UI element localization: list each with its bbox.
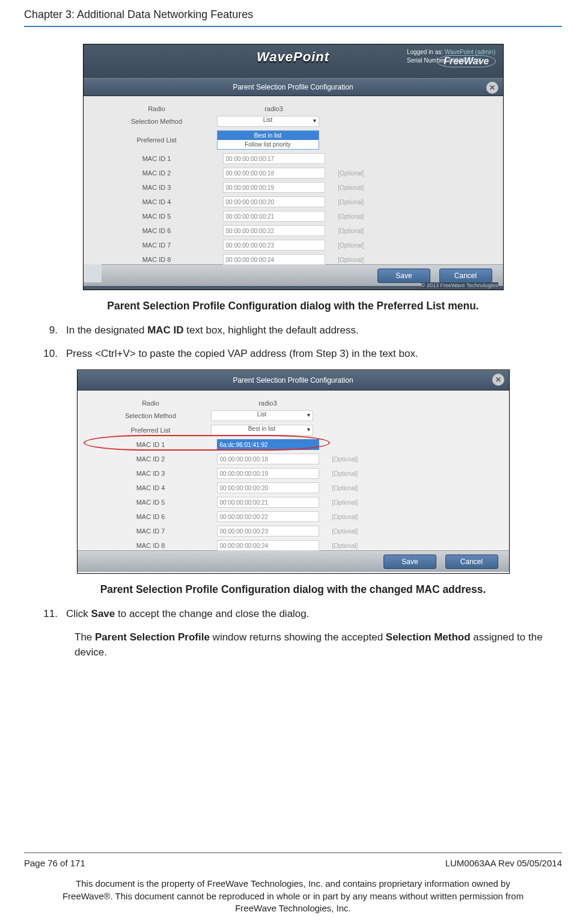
mac-id-3-input[interactable]: [217, 468, 319, 479]
cancel-button[interactable]: Cancel: [445, 555, 498, 569]
optional-hint: [Optional]: [332, 528, 358, 535]
mac-id-label: MAC ID 2: [97, 169, 217, 177]
optional-hint: [Optional]: [338, 257, 364, 263]
dialog-header: Parent Selection Profile Configuration ✕: [84, 78, 503, 96]
step-11-text: Click Save to accept the change and clos…: [66, 607, 562, 622]
radio-value: radio3: [217, 105, 331, 112]
dialog-title: Parent Selection Profile Configuration: [233, 376, 353, 384]
cancel-button[interactable]: Cancel: [439, 269, 492, 283]
preferred-list-label: Preferred List: [91, 427, 211, 434]
mac-id-2-input[interactable]: [223, 168, 325, 178]
close-icon[interactable]: ✕: [486, 82, 498, 94]
radio-label: Radio: [91, 400, 211, 407]
freewave-logo: FreeWave: [437, 55, 495, 67]
preferred-list-option[interactable]: Follow list priority: [218, 140, 319, 149]
mac-id-4-input[interactable]: [223, 196, 325, 207]
optional-hint: [Optional]: [338, 170, 364, 177]
screenshot-2: Parent Selection Profile Configuration ✕…: [77, 369, 510, 574]
mac-id-label: MAC ID 5: [97, 213, 217, 220]
dialog-title: Parent Selection Profile Configuration: [233, 83, 353, 91]
mac-id-3-input[interactable]: [223, 182, 325, 193]
mac-id-1-input[interactable]: [217, 439, 319, 450]
mac-id-label: MAC ID 7: [91, 527, 211, 535]
mac-id-label: MAC ID 4: [97, 198, 217, 205]
screenshot-1: WavePoint Logged in as: WavePoint (admin…: [83, 44, 504, 290]
mac-id-label: MAC ID 8: [97, 256, 217, 263]
mac-id-label: MAC ID 4: [91, 484, 211, 491]
preferred-list-label: Preferred List: [97, 136, 217, 144]
chapter-title: Chapter 3: Additional Data Networking Fe…: [24, 8, 562, 21]
page-number: Page 76 of 171: [24, 858, 85, 868]
mac-id-label: MAC ID 1: [91, 441, 211, 448]
optional-hint: [Optional]: [332, 499, 358, 506]
optional-hint: [Optional]: [338, 213, 364, 220]
mac-id-5-input[interactable]: [217, 497, 319, 508]
selection-method-select[interactable]: List: [211, 410, 313, 421]
mac-id-label: MAC ID 2: [91, 455, 211, 463]
optional-hint: [Optional]: [332, 470, 358, 477]
figure-caption-2: Parent Selection Profile Configuration d…: [24, 583, 562, 596]
footer-divider: [24, 853, 562, 853]
mac-id-4-input[interactable]: [217, 482, 319, 493]
wavepoint-logo: WavePoint: [257, 49, 329, 64]
mac-id-1-input[interactable]: [223, 153, 325, 164]
step-11-subtext: The Parent Selection Profile window retu…: [75, 630, 562, 660]
optional-hint: [Optional]: [332, 456, 358, 463]
optional-hint: [Optional]: [332, 485, 358, 491]
optional-hint: [Optional]: [338, 242, 364, 249]
mac-id-label: MAC ID 1: [97, 155, 217, 162]
mac-id-5-input[interactable]: [223, 211, 325, 222]
save-button[interactable]: Save: [383, 555, 436, 569]
selection-method-label: Selection Method: [97, 118, 217, 125]
optional-hint: [Optional]: [332, 514, 358, 520]
document-id: LUM0063AA Rev 05/05/2014: [445, 858, 562, 868]
copyright-text: © 2013 FreeWave Technologies: [421, 282, 498, 288]
selection-method-select[interactable]: List: [217, 116, 319, 127]
logged-in-value: WavePoint (admin): [445, 49, 496, 55]
optional-hint: [Optional]: [338, 228, 364, 234]
mac-id-label: MAC ID 8: [91, 542, 211, 549]
optional-hint: [Optional]: [338, 184, 364, 191]
mac-id-label: MAC ID 6: [91, 513, 211, 520]
header-divider: [24, 26, 562, 27]
mac-id-6-input[interactable]: [217, 511, 319, 522]
mac-id-label: MAC ID 3: [97, 184, 217, 191]
mac-id-label: MAC ID 3: [91, 470, 211, 477]
step-9-text: In the designated MAC ID text box, highl…: [66, 323, 562, 338]
radio-label: Radio: [97, 105, 217, 112]
mac-id-2-input[interactable]: [217, 454, 319, 464]
logged-in-label: Logged in as:: [407, 49, 443, 55]
dialog-header: Parent Selection Profile Configuration ✕: [78, 370, 509, 391]
mac-id-6-input[interactable]: [223, 225, 325, 236]
mac-id-7-input[interactable]: [217, 526, 319, 536]
radio-value: radio3: [211, 400, 325, 407]
preferred-list-select[interactable]: Best in list: [211, 425, 313, 436]
optional-hint: [Optional]: [332, 543, 358, 549]
close-icon[interactable]: ✕: [492, 374, 504, 386]
figure-caption-1: Parent Selection Profile Configuration d…: [24, 300, 562, 312]
mac-id-8-input[interactable]: [223, 254, 325, 265]
optional-hint: [Optional]: [338, 199, 364, 205]
selection-method-label: Selection Method: [91, 412, 211, 419]
mac-id-8-input[interactable]: [217, 540, 319, 551]
preferred-list-option[interactable]: Best in list: [218, 131, 319, 140]
mac-id-7-input[interactable]: [223, 240, 325, 251]
mac-id-label: MAC ID 6: [97, 227, 217, 234]
disclaimer-text: This document is the property of FreeWav…: [24, 878, 562, 914]
preferred-list-select-open[interactable]: Best in list Follow list priority: [217, 130, 319, 150]
step-10-text: Press <Ctrl+V> to paste the copied VAP a…: [66, 347, 562, 362]
step-number: 9.: [24, 323, 66, 338]
step-number: 11.: [24, 607, 66, 622]
mac-id-label: MAC ID 7: [97, 242, 217, 249]
save-button[interactable]: Save: [377, 269, 430, 283]
mac-id-label: MAC ID 5: [91, 499, 211, 506]
step-number: 10.: [24, 347, 66, 362]
